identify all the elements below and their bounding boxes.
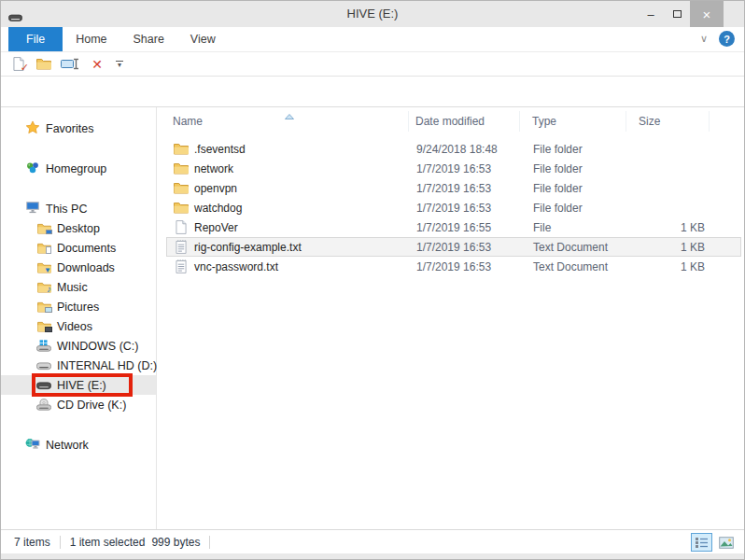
selection-count: 1 item selected (70, 536, 146, 549)
maximize-button[interactable] (664, 1, 690, 27)
column-header-size[interactable]: Size (626, 111, 710, 132)
status-bar: 7 items 1 item selected 999 bytes (1, 529, 744, 553)
column-headers: Name Date modified Type Size (166, 111, 741, 132)
status-divider (209, 536, 210, 549)
system-drive-icon (36, 340, 51, 352)
folder-icon (174, 202, 189, 214)
network-icon (25, 437, 40, 453)
status-divider (60, 536, 61, 549)
pictures-folder-icon (36, 301, 51, 313)
tab-file[interactable]: File (8, 27, 63, 51)
explorer-window: HIVE (E:) – × File Home Share View ∨ ? ✓… (0, 0, 745, 560)
sort-ascending-icon (285, 109, 294, 122)
sidebar-item-this-pc[interactable]: This PC (1, 199, 156, 218)
star-icon (25, 120, 40, 137)
items-count: 7 items (14, 536, 50, 549)
window-frame-bottom (1, 553, 744, 559)
navigation-bar: ▾ ▸ This PC ▸ HIVE (E:) ∨ ↻ (1, 77, 744, 107)
navigation-pane: Favorites Homegroup This PC Desktop Docu… (1, 107, 157, 529)
expand-ribbon-icon[interactable]: ∨ (700, 33, 708, 45)
sidebar-item-cd-drive-k[interactable]: CD Drive (K:) (1, 395, 156, 414)
folder-icon (174, 143, 189, 155)
new-folder-button[interactable] (35, 56, 52, 73)
sidebar-item-desktop[interactable]: Desktop (1, 218, 156, 238)
sidebar-item-internal-hd-d[interactable]: INTERNAL HD (D:) (1, 356, 156, 375)
column-header-date-modified[interactable]: Date modified (409, 111, 520, 132)
sidebar-item-homegroup[interactable]: Homegroup (1, 159, 156, 178)
file-icon (174, 220, 189, 234)
ribbon-tab-bar: File Home Share View (1, 27, 744, 52)
sidebar-item-windows-c[interactable]: WINDOWS (C:) (1, 336, 156, 356)
homegroup-icon (25, 161, 40, 177)
sidebar-item-downloads[interactable]: ▼ Downloads (1, 258, 156, 277)
rename-button[interactable] (61, 56, 80, 73)
sidebar-item-hive-e[interactable]: HIVE (E:) (1, 375, 156, 395)
folder-icon (174, 162, 189, 175)
file-row-fseventsd[interactable]: .fseventsd 9/24/2018 18:48 File folder (166, 139, 741, 159)
check-icon: ✓ (21, 62, 29, 74)
window-title: HIVE (E:) (1, 1, 744, 27)
cd-drive-icon (36, 399, 51, 411)
maximize-icon (673, 10, 682, 18)
text-document-icon (174, 259, 189, 273)
hard-drive-icon (36, 361, 51, 371)
hive-drive-icon (36, 381, 51, 390)
music-folder-icon: ♪ (36, 282, 51, 293)
details-view-button[interactable] (691, 533, 712, 552)
help-button[interactable]: ? (719, 31, 735, 47)
sidebar-item-pictures[interactable]: Pictures (1, 297, 156, 316)
videos-folder-icon (36, 321, 51, 332)
sidebar-item-videos[interactable]: Videos (1, 316, 156, 336)
sidebar-item-favorites[interactable]: Favorites (1, 119, 156, 138)
folder-icon (174, 182, 189, 194)
properties-button[interactable]: ✓ (10, 56, 27, 73)
tab-view[interactable]: View (177, 27, 229, 51)
close-icon: × (703, 7, 711, 22)
delete-icon: ✕ (91, 58, 103, 71)
customize-toolbar-button[interactable]: ▾ (116, 61, 123, 67)
downloads-folder-icon: ▼ (36, 262, 51, 273)
column-header-type[interactable]: Type (520, 111, 626, 132)
desktop-folder-icon (36, 223, 51, 234)
selection-size: 999 bytes (151, 536, 200, 549)
sidebar-item-network[interactable]: Network (1, 435, 156, 455)
quick-access-toolbar: ✓ ✕ ▾ (1, 52, 744, 77)
file-list-pane: Name Date modified Type Size .fseventsd … (157, 107, 744, 529)
computer-icon (25, 201, 40, 217)
minimize-icon: – (647, 7, 654, 21)
sidebar-item-music[interactable]: ♪ Music (1, 277, 156, 297)
tab-share[interactable]: Share (120, 27, 177, 51)
minimize-button[interactable]: – (638, 1, 664, 27)
thumbnails-view-button[interactable] (715, 533, 737, 552)
file-row-vnc-password[interactable]: vnc-password.txt 1/7/2019 16:53 Text Doc… (166, 257, 741, 276)
file-row-watchdog[interactable]: watchdog 1/7/2019 16:53 File folder (166, 198, 741, 217)
text-document-icon (174, 240, 189, 254)
close-button[interactable]: × (690, 1, 724, 27)
file-row-repover[interactable]: RepoVer 1/7/2019 16:55 File 1 KB (166, 217, 741, 237)
file-row-openvpn[interactable]: openvpn 1/7/2019 16:53 File folder (166, 178, 741, 198)
tab-home[interactable]: Home (63, 27, 119, 51)
file-row-rig-config-example[interactable]: rig-config-example.txt 1/7/2019 16:53 Te… (166, 237, 741, 257)
file-row-network[interactable]: network 1/7/2019 16:53 File folder (166, 159, 741, 178)
sidebar-item-documents[interactable]: Documents (1, 238, 156, 258)
delete-button[interactable]: ✕ (89, 56, 105, 73)
documents-folder-icon (36, 243, 51, 254)
title-bar[interactable]: HIVE (E:) – × (1, 1, 744, 27)
